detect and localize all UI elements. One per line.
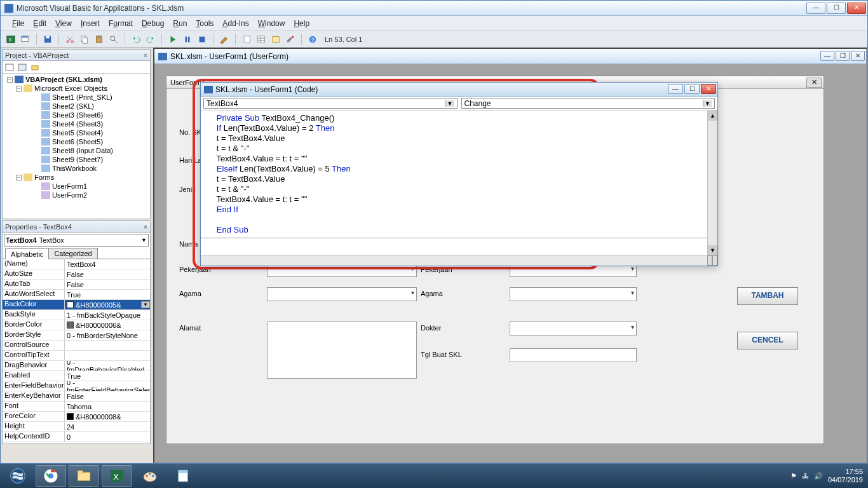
paste-icon[interactable]	[93, 33, 105, 46]
maximize-button[interactable]: ☐	[827, 3, 846, 14]
cut-icon[interactable]	[64, 33, 76, 46]
combo-dokter[interactable]	[510, 322, 637, 336]
mdi-restore-button[interactable]: ❐	[836, 51, 850, 61]
menu-insert[interactable]: Insert	[77, 18, 104, 29]
code-procedure-dropdown[interactable]: Change▼	[461, 98, 715, 109]
tab-alphabetic[interactable]: Alphabetic	[5, 248, 49, 259]
copy-icon[interactable]	[78, 33, 91, 46]
tree-node[interactable]: Sheet1 (Print_SKL)	[3, 93, 150, 102]
object-browser-icon[interactable]	[269, 33, 282, 46]
menu-edit[interactable]: Edit	[29, 18, 50, 29]
property-row[interactable]: BorderColor&H80000006&	[3, 320, 150, 330]
property-row[interactable]: BackColor&H80000005&▼	[3, 300, 150, 310]
project-explorer-icon[interactable]	[240, 33, 253, 46]
property-row[interactable]: Height24	[3, 422, 150, 432]
tree-node[interactable]: Sheet8 (Input Data)	[3, 146, 150, 155]
property-row[interactable]: ForeColor&H80000008&	[3, 412, 150, 422]
menu-file[interactable]: File	[8, 18, 28, 29]
properties-grid[interactable]: (Name)TextBox4AutoSizeFalseAutoTabFalseA…	[3, 259, 150, 444]
tree-node[interactable]: Sheet3 (Sheet6)	[3, 111, 150, 119]
tree-node[interactable]: Sheet5 (Sheet4)	[3, 128, 150, 137]
property-row[interactable]: AutoTabFalse	[3, 280, 150, 290]
break-icon[interactable]	[181, 33, 194, 46]
button-tambah[interactable]: TAMBAH	[737, 287, 798, 305]
tree-node[interactable]: −VBAProject (SKL.xlsm)	[3, 75, 150, 84]
property-row[interactable]: AutoWordSelectTrue	[3, 290, 150, 300]
property-row[interactable]: (Name)TextBox4	[3, 259, 150, 269]
tree-node[interactable]: Sheet2 (SKL)	[3, 102, 150, 111]
taskbar-clock[interactable]: 17:55 04/07/2019	[828, 468, 863, 484]
code-hscrollbar[interactable]	[201, 255, 717, 266]
tree-node[interactable]: UserForm2	[3, 191, 150, 200]
property-row[interactable]: BorderStyle0 - fmBorderStyleNone	[3, 330, 150, 341]
menu-tools[interactable]: Tools	[192, 18, 217, 29]
close-button[interactable]: ✕	[847, 3, 866, 14]
reset-icon[interactable]	[196, 33, 208, 46]
tree-node[interactable]: Sheet9 (Sheet7)	[3, 155, 150, 164]
run-icon[interactable]	[166, 33, 179, 46]
menu-view[interactable]: View	[51, 18, 76, 29]
project-tree[interactable]: −VBAProject (SKL.xlsm)−Microsoft Excel O…	[3, 74, 150, 219]
taskbar-explorer-icon[interactable]	[69, 465, 99, 487]
tray-network-icon[interactable]: 🖧	[802, 472, 809, 480]
tree-node[interactable]: UserForm1	[3, 182, 150, 191]
property-row[interactable]: EnterKeyBehaviorFalse	[3, 391, 150, 402]
tab-categorized[interactable]: Categorized	[48, 248, 97, 259]
properties-icon[interactable]	[255, 33, 268, 46]
taskbar-paint-icon[interactable]	[135, 465, 165, 487]
properties-panel-close-icon[interactable]: ×	[141, 223, 150, 231]
find-icon[interactable]	[107, 33, 120, 46]
menu-help[interactable]: Help	[290, 18, 313, 29]
toolbox-icon[interactable]	[284, 33, 297, 46]
code-vscrollbar[interactable]: ▲▼	[707, 111, 717, 266]
mdi-minimize-button[interactable]: —	[820, 51, 834, 61]
code-minimize-button[interactable]: —	[668, 84, 683, 94]
mdi-close-button[interactable]: ✕	[851, 51, 865, 61]
code-view-toggle[interactable]	[707, 255, 717, 266]
taskbar-chrome-icon[interactable]	[36, 465, 66, 487]
save-icon[interactable]	[41, 33, 54, 46]
menu-window[interactable]: Window	[254, 18, 289, 29]
taskbar-notepad-icon[interactable]	[168, 465, 198, 487]
view-excel-icon[interactable]: X	[4, 33, 17, 46]
tree-node[interactable]: −Forms	[3, 173, 150, 182]
combo-agama[interactable]	[267, 287, 417, 301]
property-row[interactable]: DragBehavior0 - fmDragBehaviorDisabled	[3, 361, 150, 371]
menu-addins[interactable]: Add-Ins	[219, 18, 252, 29]
property-row[interactable]: EnabledTrue	[3, 371, 150, 381]
insert-userform-icon[interactable]	[19, 33, 32, 46]
menu-debug[interactable]: Debug	[138, 18, 168, 29]
redo-icon[interactable]	[144, 33, 157, 46]
property-row[interactable]: AutoSizeFalse	[3, 269, 150, 280]
toggle-folders-icon[interactable]	[29, 62, 41, 73]
code-editor[interactable]: Private Sub TextBox4_Change() If Len(Tex…	[201, 111, 717, 266]
combo-agama2[interactable]	[510, 287, 637, 301]
design-mode-icon[interactable]	[218, 33, 231, 46]
menu-run[interactable]: Run	[169, 18, 191, 29]
minimize-button[interactable]: —	[806, 3, 825, 14]
menu-format[interactable]: Format	[105, 18, 137, 29]
code-close-button[interactable]: ✕	[701, 84, 716, 94]
properties-object-selector[interactable]: TextBox4 TextBox▼	[4, 234, 149, 247]
code-object-dropdown[interactable]: TextBox4▼	[203, 98, 458, 109]
property-row[interactable]: ControlTipText	[3, 351, 150, 361]
property-row[interactable]: FontTahoma	[3, 402, 150, 412]
userform-close-icon[interactable]: ✕	[806, 78, 822, 88]
taskbar-excel-icon[interactable]: X	[102, 465, 132, 487]
tree-node[interactable]: ThisWorkbook	[3, 164, 150, 173]
tree-node[interactable]: Sheet4 (Sheet3)	[3, 119, 150, 128]
project-panel-close-icon[interactable]: ×	[141, 51, 150, 59]
tree-node[interactable]: Sheet6 (Sheet5)	[3, 137, 150, 146]
help-icon[interactable]: ?	[306, 33, 319, 46]
view-code-icon[interactable]	[4, 62, 15, 73]
start-button[interactable]	[3, 465, 33, 487]
property-row[interactable]: EnterFieldBehavior0 - fmEnterFieldBehavi…	[3, 381, 150, 391]
property-row[interactable]: ControlSource	[3, 341, 150, 351]
code-maximize-button[interactable]: ☐	[684, 84, 700, 94]
property-row[interactable]: HelpContextID0	[3, 432, 150, 442]
text-tglbuat[interactable]	[510, 348, 637, 362]
tree-node[interactable]: −Microsoft Excel Objects	[3, 84, 150, 93]
tray-volume-icon[interactable]: 🔊	[814, 472, 823, 480]
property-row[interactable]: BackStyle1 - fmBackStyleOpaque	[3, 310, 150, 320]
tray-flag-icon[interactable]: ⚑	[790, 472, 797, 480]
